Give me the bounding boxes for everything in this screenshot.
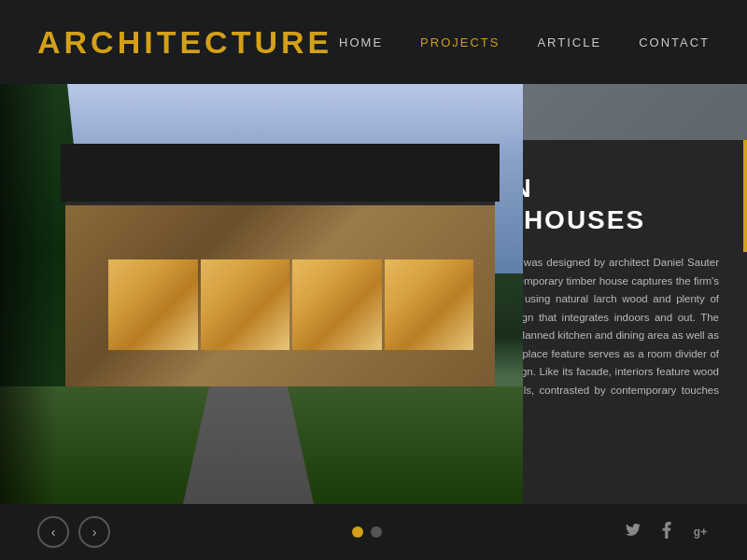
next-button[interactable]: › — [78, 516, 110, 548]
logo-rest: rchitecture — [64, 24, 333, 60]
house-window — [201, 259, 290, 350]
lawn — [0, 386, 523, 504]
logo: Architecture — [37, 24, 332, 61]
house-roof — [61, 144, 500, 202]
info-panel: AUSTRIAN WOODEN HOUSES This Austrian woo… — [523, 84, 747, 504]
info-card-accent — [743, 140, 747, 252]
social-icons: g+ — [624, 522, 710, 542]
slide-image — [0, 84, 523, 504]
house-window — [108, 259, 198, 350]
dot-2[interactable] — [371, 526, 382, 538]
header: Architecture HOME PROJECTS ARTICLE CONTA… — [0, 0, 747, 84]
google-plus-icon[interactable]: g+ — [691, 525, 710, 539]
main-nav: HOME PROJECTS ARTICLE CONTACT — [339, 35, 710, 49]
slide-container: AUSTRIAN WOODEN HOUSES This Austrian woo… — [0, 84, 747, 504]
logo-first-letter: A — [37, 24, 64, 60]
house-window — [385, 259, 474, 350]
nav-home[interactable]: HOME — [339, 35, 383, 49]
house-structure — [65, 156, 495, 387]
twitter-icon[interactable] — [624, 524, 642, 540]
nav-contact[interactable]: CONTACT — [639, 35, 710, 49]
nav-arrows: ‹ › — [37, 516, 110, 548]
facebook-icon[interactable] — [657, 522, 676, 542]
slide-description: This Austrian wooden house was designed … — [523, 254, 719, 418]
info-card: AUSTRIAN WOODEN HOUSES This Austrian woo… — [523, 140, 747, 504]
house-bg — [0, 84, 523, 504]
nav-article[interactable]: ARTICLE — [537, 35, 601, 49]
slide-dots — [352, 526, 382, 538]
main-content: AUSTRIAN WOODEN HOUSES This Austrian woo… — [0, 84, 747, 560]
slide-title-line2: WOODEN HOUSES — [523, 205, 645, 234]
house-window — [292, 259, 382, 350]
nav-projects[interactable]: PROJECTS — [420, 35, 500, 49]
house-main — [65, 202, 495, 386]
dot-1[interactable] — [352, 526, 363, 538]
prev-button[interactable]: ‹ — [37, 516, 69, 548]
slide-title-line1: AUSTRIAN — [523, 174, 533, 203]
house-windows — [108, 259, 473, 350]
bottom-bar: ‹ › g+ — [0, 504, 747, 560]
slide-title: AUSTRIAN WOODEN HOUSES — [523, 173, 719, 235]
driveway — [183, 386, 314, 504]
